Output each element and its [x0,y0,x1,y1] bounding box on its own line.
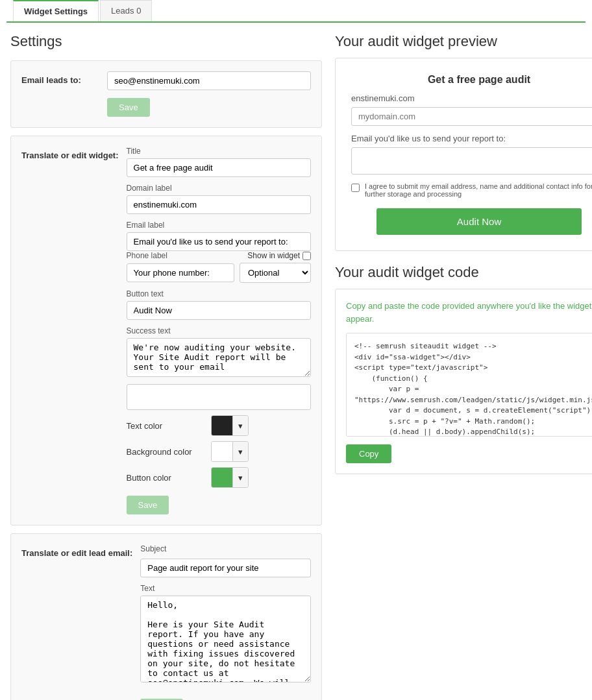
button-color-row: Button color ▾ [127,467,311,488]
text-color-picker[interactable]: ▾ [211,415,249,436]
show-in-widget-checkbox[interactable] [302,252,311,260]
tab-bar: Widget Settings Leads 0 [6,0,586,23]
bg-color-swatch [212,442,232,461]
phone-label-field-label: Phone label [127,251,167,260]
code-desc-prefix: Copy and paste the code provided [346,301,475,311]
code-section-title: Your audit widget code [335,264,592,281]
widget-domain-label: enstinemuki.com [351,93,592,103]
email-leads-label: Email leads to: [21,71,99,85]
text-color-row: Text color ▾ [127,415,311,436]
widget-domain-input[interactable] [351,107,592,126]
settings-title: Settings [10,33,322,50]
subject-input[interactable] [140,559,311,577]
code-description: Copy and paste the code provided anywher… [346,300,592,325]
widget-save-button[interactable]: Save [127,496,169,514]
button-color-swatch [212,468,232,487]
optional-select[interactable]: Optional Required [240,263,311,283]
button-text-label: Button text [127,289,311,298]
email-label-input[interactable] [127,232,311,251]
translate-widget-section: Translate or edit widget: Title Domain l… [10,136,322,525]
widget-agree-checkbox[interactable] [351,184,360,192]
text-color-dropdown-arrow[interactable]: ▾ [232,416,248,435]
show-in-widget-label: Show in widget [247,251,300,260]
widget-agree-text: I agree to submit my email address, name… [365,182,592,198]
email-save-button[interactable]: Save [107,98,150,117]
title-field-label: Title [127,147,311,156]
left-panel: Settings Email leads to: Save Translate … [10,33,322,700]
email-label-field-label: Email label [127,221,311,230]
code-box[interactable]: <!-- semrush siteaudit widget --> <div i… [346,333,592,437]
show-in-widget-row: Show in widget [247,251,311,260]
copy-button[interactable]: Copy [346,444,391,463]
bg-color-picker[interactable]: ▾ [211,441,249,462]
button-color-label: Button color [127,473,204,483]
bg-color-dropdown-arrow[interactable]: ▾ [232,442,248,461]
code-section: Copy and paste the code provided anywher… [335,289,592,474]
lead-email-label: Translate or edit lead email: [21,544,132,558]
code-desc-highlight: anywhere [477,301,513,311]
text-color-label: Text color [127,421,204,431]
widget-audit-button[interactable]: Audit Now [376,208,581,235]
preview-title: Your audit widget preview [335,33,592,50]
lead-email-section: Translate or edit lead email: Subject Te… [10,533,322,700]
domain-label-field-label: Domain label [127,184,311,193]
translate-label: Translate or edit widget: [21,147,119,160]
text-label: Text [140,584,311,593]
widget-preview-heading: Get a free page audit [351,74,592,86]
bg-color-label: Background color [127,447,204,457]
bg-color-row: Background color ▾ [127,441,311,462]
right-panel: Your audit widget preview Get a free pag… [335,33,592,700]
tab-widget-settings[interactable]: Widget Settings [13,0,99,21]
button-text-input[interactable] [127,301,311,320]
subject-label: Subject [140,544,311,553]
success-text-textarea[interactable]: We're now auditing your website. Your Si… [127,338,311,377]
widget-agree-row: I agree to submit my email address, name… [351,182,592,198]
phone-label-input[interactable] [127,263,234,282]
widget-preview-box: Get a free page audit enstinemuki.com Em… [335,58,592,251]
email-leads-input[interactable] [107,71,311,90]
title-input[interactable] [127,158,311,177]
tab-leads[interactable]: Leads 0 [100,0,152,21]
widget-email-field [351,147,592,175]
lead-text-textarea[interactable]: Hello, Here is your Site Audit report. I… [140,596,311,682]
widget-email-label: Email you'd like us to send your report … [351,134,592,143]
button-color-dropdown-arrow[interactable]: ▾ [232,468,248,487]
text-color-swatch [212,416,232,435]
success-text-label: Success text [127,326,311,335]
domain-label-input[interactable] [127,195,311,214]
button-color-picker[interactable]: ▾ [211,467,249,488]
email-leads-section: Email leads to: Save [10,60,322,128]
